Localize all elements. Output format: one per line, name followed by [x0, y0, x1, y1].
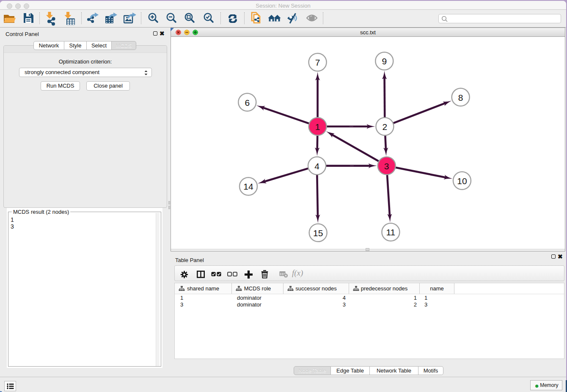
- svg-text:3: 3: [384, 161, 389, 171]
- svg-text:6: 6: [245, 98, 250, 108]
- svg-text:7: 7: [315, 58, 320, 67]
- svg-text:4: 4: [314, 161, 319, 171]
- svg-text:2: 2: [383, 122, 388, 132]
- svg-text:1: 1: [315, 122, 320, 132]
- svg-text:10: 10: [457, 176, 467, 186]
- svg-text:15: 15: [313, 228, 323, 238]
- svg-text:14: 14: [243, 182, 253, 191]
- svg-text:9: 9: [382, 56, 387, 66]
- svg-text:11: 11: [386, 227, 395, 237]
- svg-text:8: 8: [458, 93, 463, 102]
